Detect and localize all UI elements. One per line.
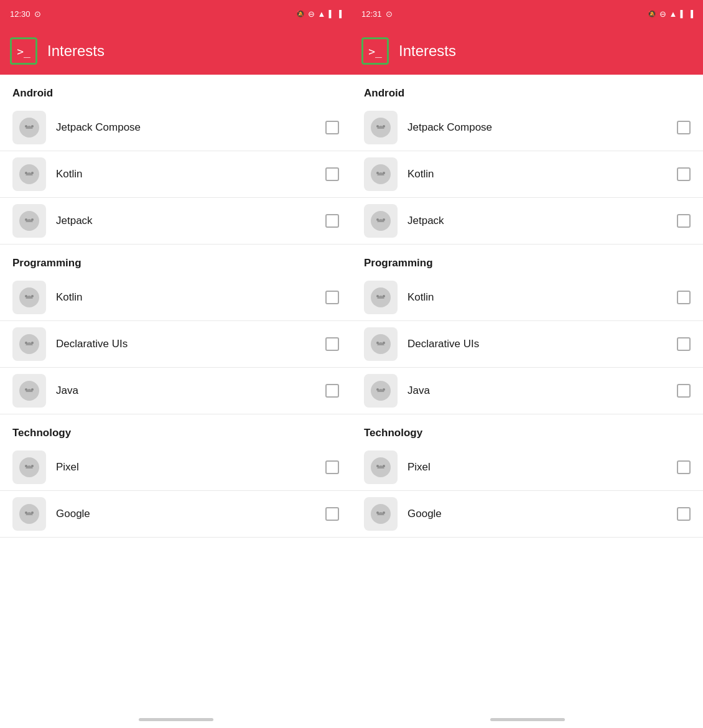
item-checkbox[interactable] bbox=[325, 214, 339, 228]
item-checkbox[interactable] bbox=[325, 291, 339, 304]
time-display-right: 12:31 bbox=[361, 9, 382, 19]
svg-point-11 bbox=[31, 295, 34, 297]
item-label: Kotlin bbox=[407, 291, 667, 304]
item-label: Declarative UIs bbox=[407, 338, 667, 350]
list-item[interactable]: Jetpack Compose bbox=[0, 105, 352, 151]
status-bar-right-right-icons: 🔕 ⊖ ▲ ▌ ▐ bbox=[648, 9, 693, 19]
android-icon bbox=[18, 380, 40, 402]
scroll-bar-right bbox=[490, 718, 565, 721]
svg-point-2 bbox=[31, 125, 34, 128]
item-checkbox[interactable] bbox=[325, 167, 339, 181]
item-label: Jetpack bbox=[56, 215, 315, 227]
terminal-icon-left[interactable]: >_ bbox=[10, 37, 37, 65]
signal-icon-right: ▌ bbox=[680, 10, 685, 17]
app-bar-title-right: Interests bbox=[399, 42, 456, 60]
android-icon bbox=[370, 456, 392, 478]
list-item[interactable]: Kotlin bbox=[352, 274, 703, 321]
item-checkbox[interactable] bbox=[677, 121, 691, 134]
item-label: Google bbox=[56, 508, 315, 520]
item-checkbox[interactable] bbox=[677, 460, 691, 474]
android-icon bbox=[370, 333, 392, 355]
wifi-icon: ▲ bbox=[318, 9, 326, 19]
list-item[interactable]: Google bbox=[0, 491, 352, 538]
list-item[interactable]: Google bbox=[352, 491, 703, 538]
svg-point-40 bbox=[376, 388, 379, 391]
wifi-icon-right: ▲ bbox=[669, 9, 677, 19]
list-item[interactable]: Pixel bbox=[0, 444, 352, 491]
item-checkbox[interactable] bbox=[677, 291, 691, 304]
android-icon bbox=[18, 210, 40, 232]
item-checkbox[interactable] bbox=[325, 121, 339, 134]
item-checkbox[interactable] bbox=[677, 214, 691, 228]
item-checkbox[interactable] bbox=[677, 507, 691, 521]
item-label: Java bbox=[56, 385, 315, 397]
status-bar-right-icons: 🔕 ⊖ ▲ ▌ ▐ bbox=[296, 9, 342, 19]
svg-point-44 bbox=[383, 465, 385, 467]
item-icon bbox=[364, 281, 398, 314]
android-icon bbox=[18, 286, 40, 309]
android-icon bbox=[370, 116, 392, 139]
list-item[interactable]: Jetpack bbox=[0, 198, 352, 245]
item-checkbox[interactable] bbox=[677, 337, 691, 351]
item-label: Kotlin bbox=[407, 168, 667, 180]
bottom-indicator-left bbox=[0, 711, 352, 728]
item-icon bbox=[12, 204, 46, 238]
terminal-icon-label-right: >_ bbox=[368, 45, 382, 58]
item-checkbox[interactable] bbox=[325, 337, 339, 351]
content-right[interactable]: Android Jetpack Compose bbox=[352, 75, 703, 711]
app-bar-left: >_ Interests bbox=[0, 27, 352, 75]
item-label: Java bbox=[407, 385, 667, 397]
item-icon bbox=[364, 204, 398, 238]
list-item[interactable]: Kotlin bbox=[0, 274, 352, 321]
list-item[interactable]: Java bbox=[0, 368, 352, 414]
battery-icon-right: ▐ bbox=[688, 10, 693, 17]
item-icon bbox=[364, 111, 398, 144]
item-label: Kotlin bbox=[56, 291, 315, 304]
android-icon bbox=[18, 116, 40, 139]
list-item[interactable]: Jetpack Compose bbox=[352, 105, 703, 151]
item-checkbox[interactable] bbox=[325, 507, 339, 521]
signal-icon: ▌ bbox=[328, 10, 333, 17]
terminal-icon-right[interactable]: >_ bbox=[361, 37, 389, 65]
item-label: Google bbox=[407, 508, 667, 520]
scroll-bar-left bbox=[139, 718, 213, 721]
section-header-programming-right: Programming bbox=[352, 245, 703, 274]
screen-left: 12:30 ⊙ 🔕 ⊖ ▲ ▌ ▐ >_ Interests Android bbox=[0, 0, 352, 728]
android-icon bbox=[18, 456, 40, 478]
svg-point-32 bbox=[383, 218, 385, 221]
list-item[interactable]: Declarative UIs bbox=[352, 321, 703, 368]
svg-point-16 bbox=[25, 388, 27, 391]
item-checkbox[interactable] bbox=[677, 384, 691, 398]
svg-point-23 bbox=[31, 511, 34, 514]
status-bar-right-left-icons: 12:31 ⊙ bbox=[361, 9, 393, 19]
svg-point-26 bbox=[383, 125, 385, 128]
svg-point-43 bbox=[376, 465, 379, 467]
item-label: Declarative UIs bbox=[56, 338, 315, 350]
section-header-android-right: Android bbox=[352, 75, 703, 105]
android-icon bbox=[370, 380, 392, 402]
svg-point-41 bbox=[383, 388, 385, 391]
terminal-icon-label: >_ bbox=[17, 45, 30, 58]
item-icon bbox=[12, 281, 46, 314]
content-left[interactable]: Android Jetpack Compose bbox=[0, 75, 352, 711]
list-item[interactable]: Java bbox=[352, 368, 703, 414]
svg-point-29 bbox=[383, 172, 385, 174]
item-checkbox[interactable] bbox=[677, 167, 691, 181]
svg-point-5 bbox=[31, 172, 34, 174]
item-checkbox[interactable] bbox=[325, 384, 339, 398]
svg-point-35 bbox=[383, 295, 385, 297]
svg-point-37 bbox=[376, 342, 379, 344]
svg-point-34 bbox=[376, 295, 379, 297]
list-item[interactable]: Kotlin bbox=[0, 151, 352, 198]
list-item[interactable]: Pixel bbox=[352, 444, 703, 491]
list-item[interactable]: Kotlin bbox=[352, 151, 703, 198]
item-checkbox[interactable] bbox=[325, 460, 339, 474]
list-item[interactable]: Jetpack bbox=[352, 198, 703, 245]
bell-mute-icon-right: 🔕 bbox=[648, 10, 656, 18]
item-label: Jetpack bbox=[407, 215, 667, 227]
svg-point-20 bbox=[31, 465, 34, 467]
list-item[interactable]: Declarative UIs bbox=[0, 321, 352, 368]
section-header-technology-right: Technology bbox=[352, 414, 703, 444]
svg-point-4 bbox=[25, 172, 27, 174]
android-icon bbox=[370, 163, 392, 185]
